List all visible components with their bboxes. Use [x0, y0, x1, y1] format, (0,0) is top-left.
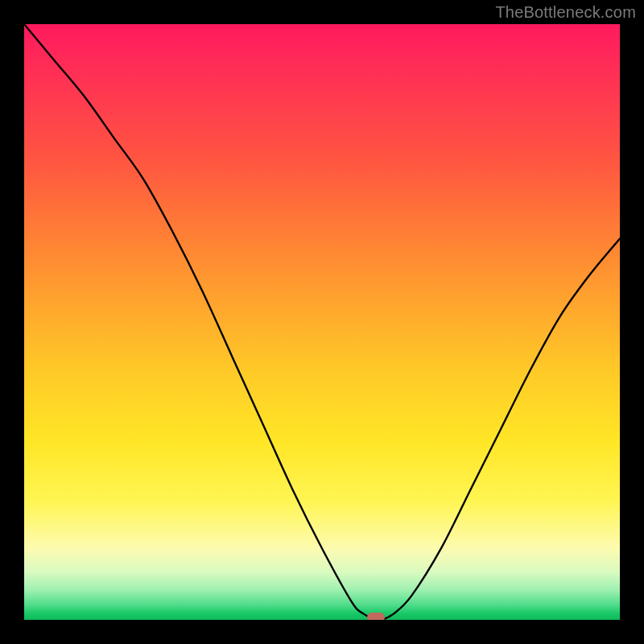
watermark-text: TheBottleneck.com	[495, 3, 636, 22]
optimal-point-marker	[367, 613, 385, 620]
chart-frame: TheBottleneck.com	[0, 0, 644, 644]
plot-area	[24, 24, 620, 620]
bottleneck-curve	[24, 24, 620, 620]
